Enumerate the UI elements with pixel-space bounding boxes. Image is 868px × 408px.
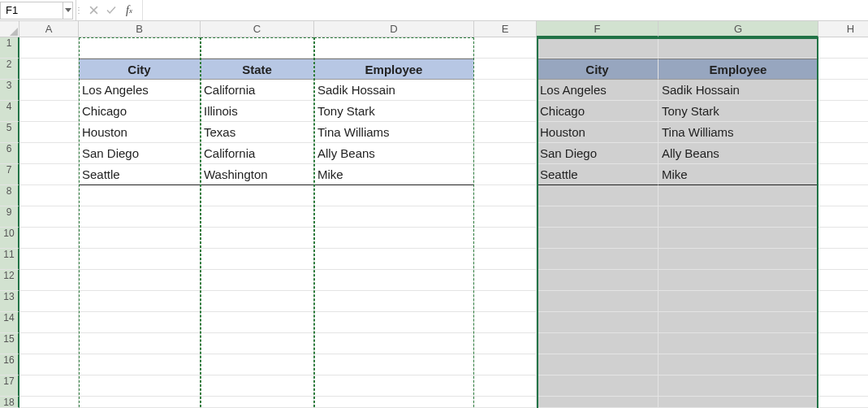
cell[interactable] [19, 185, 79, 206]
cell[interactable] [659, 185, 818, 206]
cell[interactable] [474, 206, 537, 228]
cell[interactable]: Tony Stark [659, 101, 818, 122]
cell[interactable] [79, 375, 201, 397]
cell[interactable] [314, 185, 474, 206]
cell[interactable] [19, 122, 79, 143]
cell[interactable]: Seattle [537, 164, 659, 185]
cell[interactable] [79, 291, 201, 312]
row-header[interactable]: 7 [0, 164, 19, 185]
cell[interactable] [79, 270, 201, 291]
cell[interactable] [659, 375, 818, 397]
cell[interactable] [659, 397, 818, 408]
cell[interactable]: Mike [659, 164, 818, 185]
col-header-B[interactable]: B [79, 21, 201, 37]
row-header[interactable]: 10 [0, 228, 19, 249]
cell[interactable] [79, 354, 201, 375]
cell[interactable] [79, 228, 201, 249]
cell[interactable] [19, 354, 79, 375]
cell[interactable] [537, 206, 659, 228]
row-header[interactable]: 3 [0, 80, 19, 101]
cell[interactable] [19, 375, 79, 397]
cell[interactable]: Houston [537, 122, 659, 143]
row-header[interactable]: 14 [0, 312, 19, 333]
cell[interactable] [818, 312, 868, 333]
cell[interactable] [19, 80, 79, 101]
cell[interactable] [537, 37, 659, 59]
cell[interactable] [474, 270, 537, 291]
col-header-A[interactable]: A [19, 21, 79, 37]
cell[interactable] [659, 312, 818, 333]
cell[interactable]: Tina Williams [659, 122, 818, 143]
cell[interactable] [474, 228, 537, 249]
cell[interactable] [474, 354, 537, 375]
cell[interactable] [474, 249, 537, 270]
cell[interactable] [659, 354, 818, 375]
cell[interactable] [314, 249, 474, 270]
row-header[interactable]: 12 [0, 270, 19, 291]
cell[interactable] [537, 354, 659, 375]
cell[interactable] [201, 354, 314, 375]
row-header[interactable]: 2 [0, 59, 19, 80]
cell[interactable] [79, 312, 201, 333]
cell[interactable] [201, 185, 314, 206]
cell[interactable] [818, 397, 868, 408]
cell[interactable]: Chicago [537, 101, 659, 122]
row-header[interactable]: 13 [0, 291, 19, 312]
cell[interactable] [818, 270, 868, 291]
cell[interactable] [79, 37, 201, 59]
cell[interactable] [659, 333, 818, 354]
insert-function-icon[interactable]: fx [121, 2, 137, 19]
cell[interactable] [818, 59, 868, 80]
cell[interactable] [19, 312, 79, 333]
cell[interactable] [201, 397, 314, 408]
row-header[interactable]: 5 [0, 122, 19, 143]
row-header[interactable]: 16 [0, 354, 19, 375]
cell[interactable] [537, 291, 659, 312]
cell[interactable] [818, 122, 868, 143]
cell[interactable] [19, 333, 79, 354]
cell[interactable] [537, 249, 659, 270]
cell[interactable] [818, 37, 868, 59]
cell[interactable] [818, 164, 868, 185]
table1-header-employee[interactable]: Employee [314, 59, 474, 80]
cell[interactable] [474, 291, 537, 312]
cell[interactable] [818, 206, 868, 228]
cell[interactable] [19, 143, 79, 164]
cancel-icon[interactable] [85, 2, 101, 19]
cell[interactable] [201, 228, 314, 249]
cell[interactable] [19, 37, 79, 59]
cell[interactable] [474, 333, 537, 354]
cell[interactable] [818, 375, 868, 397]
cell[interactable]: Ally Beans [314, 143, 474, 164]
cell[interactable]: Houston [79, 122, 201, 143]
row-header[interactable]: 17 [0, 375, 19, 397]
cell[interactable] [818, 185, 868, 206]
cell[interactable] [474, 312, 537, 333]
col-header-G[interactable]: G [659, 21, 818, 37]
cell[interactable] [537, 375, 659, 397]
table1-header-state[interactable]: State [201, 59, 314, 80]
cell[interactable] [818, 333, 868, 354]
cell[interactable] [314, 354, 474, 375]
cell[interactable]: San Diego [79, 143, 201, 164]
cell[interactable] [537, 397, 659, 408]
cell[interactable]: Mike [314, 164, 474, 185]
cell[interactable] [201, 37, 314, 59]
row-header[interactable]: 1 [0, 37, 19, 59]
cell[interactable] [201, 291, 314, 312]
cell[interactable]: Illinois [201, 101, 314, 122]
cell[interactable]: Sadik Hossain [314, 80, 474, 101]
col-header-H[interactable]: H [818, 21, 868, 37]
cell[interactable] [474, 397, 537, 408]
cell[interactable] [314, 291, 474, 312]
cell[interactable] [474, 37, 537, 59]
cell[interactable] [201, 375, 314, 397]
cell[interactable]: Washington [201, 164, 314, 185]
cell[interactable] [314, 270, 474, 291]
col-header-C[interactable]: C [201, 21, 314, 37]
cell[interactable] [314, 397, 474, 408]
cell[interactable] [201, 333, 314, 354]
cell[interactable] [201, 312, 314, 333]
name-box[interactable] [0, 2, 63, 20]
cell[interactable] [474, 59, 537, 80]
